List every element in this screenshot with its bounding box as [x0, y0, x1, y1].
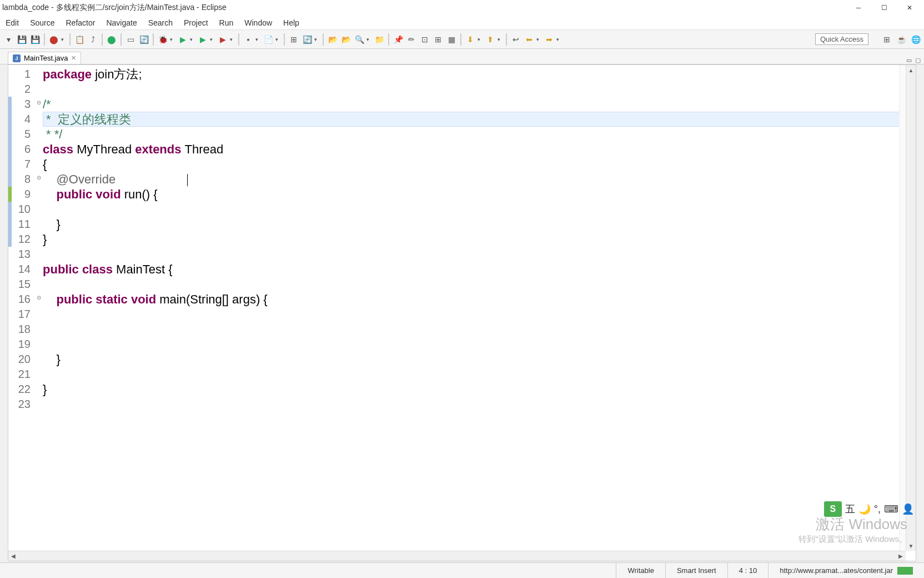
code-line[interactable]: * 定义的线程类 [43, 112, 916, 127]
code-line[interactable] [43, 82, 916, 97]
menu-edit[interactable]: Edit [0, 16, 24, 29]
minimize-view-icon[interactable]: ▭ [906, 57, 912, 64]
code-line[interactable]: public void run() { [43, 187, 916, 202]
dropdown-icon[interactable]: ▾ [275, 37, 281, 42]
minimize-button[interactable]: ─ [851, 2, 866, 13]
code-line[interactable]: } [43, 232, 916, 247]
scroll-right-icon[interactable]: ▶ [896, 551, 906, 561]
code-editor[interactable]: 1234567891011121314151617181920212223 ⊖⊖… [8, 64, 916, 561]
code-line[interactable] [43, 367, 916, 382]
edit-icon[interactable]: ✏ [405, 33, 418, 46]
ime-user-icon[interactable]: 👤 [902, 503, 914, 515]
code-line[interactable]: * */ [43, 127, 916, 142]
debug-stop-icon[interactable]: ⬤ [106, 33, 118, 46]
menu-source[interactable]: Source [24, 16, 60, 29]
toggle-mark-icon[interactable]: 📌 [392, 33, 404, 46]
task-icon[interactable]: ⊡ [419, 33, 431, 46]
code-line[interactable]: @Override [43, 172, 916, 187]
skip-icon[interactable]: ⤴ [87, 33, 99, 46]
fold-toggle[interactable]: ⊖ [35, 95, 43, 110]
dropdown-icon[interactable]: ▾ [314, 37, 320, 42]
dropdown-icon[interactable]: ▾ [61, 37, 67, 42]
run-icon[interactable]: ▶ [177, 33, 189, 46]
dropdown-icon[interactable]: ▾ [366, 37, 372, 42]
code-line[interactable]: public class MainTest { [43, 262, 916, 277]
perspective-jee-icon[interactable]: 🌐 [910, 33, 922, 46]
maximize-button[interactable]: ☐ [876, 2, 892, 13]
prev-annotation-icon[interactable]: ⬆ [484, 33, 496, 46]
dropdown-icon[interactable]: ▾ [190, 37, 195, 42]
ime-toolbar[interactable]: S 五 🌙 °, ⌨ 👤 [824, 501, 914, 517]
code-line[interactable] [43, 247, 916, 262]
code-line[interactable] [43, 397, 916, 412]
code-line[interactable] [43, 202, 916, 217]
code-line[interactable]: /* [43, 97, 916, 112]
vertical-scrollbar[interactable]: ▲ ▼ [906, 65, 916, 551]
ime-keyboard-icon[interactable]: ⌨ [884, 503, 898, 515]
dropdown-icon[interactable]: ▾ [536, 37, 542, 42]
menu-refactor[interactable]: Refactor [60, 16, 101, 29]
code-line[interactable]: public static void main(String[] args) { [43, 292, 916, 307]
code-line[interactable]: { [43, 157, 916, 172]
dropdown-icon[interactable]: ▾ [170, 37, 175, 42]
code-line[interactable]: package join方法; [43, 67, 916, 82]
ime-comma-icon[interactable]: °, [874, 504, 881, 515]
code-line[interactable] [43, 322, 916, 337]
close-button[interactable]: ✕ [902, 2, 917, 13]
code-line[interactable]: } [43, 382, 916, 397]
open-type-icon[interactable]: 📂 [327, 33, 339, 46]
open-task-icon[interactable]: 📂 [340, 33, 352, 46]
fold-toggle[interactable]: ⊖ [35, 170, 43, 185]
terminate-icon[interactable]: ▪ [242, 33, 254, 46]
dropdown-icon[interactable]: ▾ [556, 37, 562, 42]
new-server-icon[interactable]: ⊞ [288, 33, 300, 46]
forward-icon[interactable]: ➡ [543, 33, 555, 46]
menu-navigate[interactable]: Navigate [101, 16, 142, 29]
coverage-icon[interactable]: ▶ [197, 33, 209, 46]
build-icon[interactable]: ⬤ [48, 33, 60, 46]
outline-icon[interactable]: ⊞ [432, 33, 444, 46]
ime-mode[interactable]: 五 [845, 502, 855, 516]
new-class-icon[interactable]: 📄 [262, 33, 274, 46]
ime-moon-icon[interactable]: 🌙 [858, 503, 871, 515]
perspective-java-icon[interactable]: ☕ [895, 33, 907, 46]
search-icon[interactable]: 🔍 [353, 33, 365, 46]
tab-maintest[interactable]: J MainTest.java ✕ [8, 52, 81, 64]
save-all-icon[interactable]: 💾 [29, 33, 41, 46]
ext-run-icon[interactable]: ▶ [217, 33, 229, 46]
menu-window[interactable]: Window [239, 16, 278, 29]
code-line[interactable]: } [43, 352, 916, 367]
breadcrumb-icon[interactable]: ▦ [445, 33, 458, 46]
dropdown-icon[interactable]: ▾ [478, 37, 483, 42]
back-icon[interactable]: ⬅ [523, 33, 535, 46]
scroll-up-icon[interactable]: ▲ [906, 65, 916, 75]
perspective-open-icon[interactable]: ⊞ [881, 33, 893, 46]
toggle-icon[interactable]: ▭ [124, 33, 137, 46]
close-icon[interactable]: ✕ [71, 54, 76, 62]
menu-project[interactable]: Project [178, 16, 214, 29]
menu-run[interactable]: Run [214, 16, 239, 29]
code-line[interactable] [43, 337, 916, 352]
code-line[interactable] [43, 307, 916, 322]
menu-help[interactable]: Help [278, 16, 305, 29]
dropdown-icon[interactable]: ▾ [255, 37, 261, 42]
new-icon[interactable]: ▾ [2, 33, 14, 46]
scroll-down-icon[interactable]: ▼ [906, 541, 916, 551]
fold-toggle[interactable]: ⊖ [35, 290, 43, 305]
quick-access-input[interactable]: Quick Access [815, 33, 868, 45]
dropdown-icon[interactable]: ▾ [498, 37, 503, 42]
sync-icon[interactable]: 🔄 [301, 33, 313, 46]
code-line[interactable] [43, 277, 916, 292]
next-annotation-icon[interactable]: ⬇ [464, 33, 476, 46]
dropdown-icon[interactable]: ▾ [210, 37, 215, 42]
tool-icon[interactable]: 📋 [73, 33, 86, 46]
code-line[interactable]: } [43, 217, 916, 232]
last-edit-icon[interactable]: ↩ [510, 33, 522, 46]
horizontal-scrollbar[interactable]: ◀ ▶ [8, 551, 906, 561]
debug-icon[interactable]: 🐞 [157, 33, 169, 46]
scroll-left-icon[interactable]: ◀ [8, 551, 18, 561]
code-line[interactable]: class MyThread extends Thread [43, 142, 916, 157]
ime-brand-icon[interactable]: S [824, 501, 842, 517]
save-icon[interactable]: 💾 [16, 33, 28, 46]
code-area[interactable]: package join方法;/* * 定义的线程类 * */class MyT… [43, 65, 916, 561]
